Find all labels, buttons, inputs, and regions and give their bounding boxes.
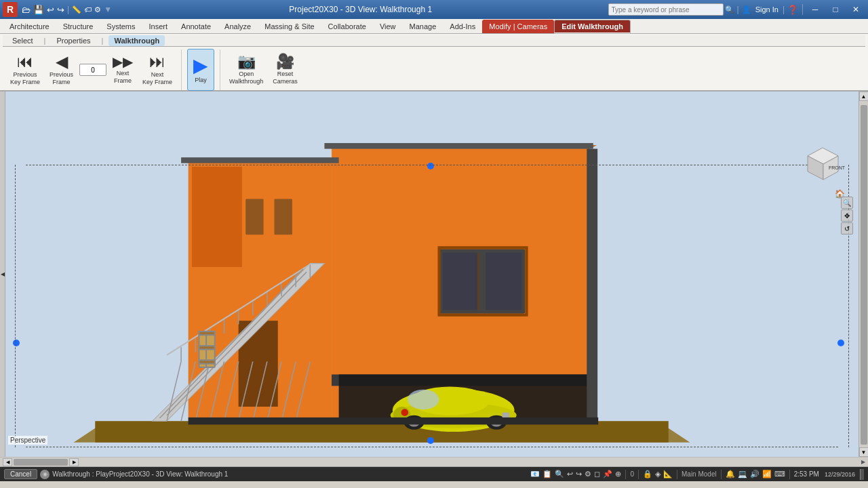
view-expand-icon[interactable]: ▶ bbox=[861, 459, 865, 465]
next-keyframe-label: NextKey Frame bbox=[142, 71, 172, 86]
status-bar: Cancel ◉ Walkthrough : PlayProject20X30 … bbox=[0, 466, 868, 481]
tab-view[interactable]: View bbox=[373, 20, 403, 33]
qa-tag[interactable]: 🏷 bbox=[84, 5, 92, 14]
3d-viewport[interactable]: FRONT 🏠 🔍 ✥ ↺ Perspective bbox=[5, 92, 859, 457]
tab-manage[interactable]: Manage bbox=[403, 20, 443, 33]
next-keyframe-icon: ⏭ bbox=[149, 54, 165, 70]
nav-zoom-icon[interactable]: 🔍 bbox=[841, 197, 853, 209]
play-label: Play bbox=[195, 77, 207, 84]
frame-number-input[interactable] bbox=[79, 64, 106, 76]
signin-label[interactable]: Sign In bbox=[755, 5, 778, 14]
tab-systems[interactable]: Systems bbox=[100, 20, 142, 33]
qa-measure[interactable]: 📏 bbox=[72, 5, 81, 14]
open-walkthrough-button[interactable]: 📷 OpenWalkthrough bbox=[226, 49, 267, 91]
tab-collaborate[interactable]: Collaborate bbox=[321, 20, 373, 33]
bottom-border-line bbox=[26, 447, 838, 447]
qa-open[interactable]: 🗁 bbox=[22, 5, 31, 15]
tab-massing[interactable]: Massing & Site bbox=[258, 20, 321, 33]
ctrl-point-right[interactable] bbox=[837, 340, 844, 346]
status-icon-12[interactable]: 📐 bbox=[663, 470, 673, 479]
sub-sep-2: | bbox=[102, 37, 104, 45]
close-button[interactable]: ✕ bbox=[846, 2, 865, 17]
app-icon: R bbox=[3, 2, 18, 17]
prev-frame-button[interactable]: ◀ PreviousFrame bbox=[46, 49, 77, 91]
svg-rect-7 bbox=[324, 143, 593, 148]
systray-icon-4[interactable]: 📶 bbox=[762, 470, 772, 479]
reset-cameras-button[interactable]: 🎥 ResetCameras bbox=[269, 49, 301, 91]
sub-tab-walkthrough[interactable]: Walkthrough bbox=[108, 35, 165, 46]
scroll-up-arrow[interactable]: ▲ bbox=[859, 92, 869, 101]
svg-text:FRONT: FRONT bbox=[829, 165, 845, 170]
status-icon-5[interactable]: ↪ bbox=[576, 470, 582, 479]
cancel-button[interactable]: Cancel bbox=[4, 469, 37, 479]
tab-modify-cameras[interactable]: Modify | Cameras bbox=[482, 20, 554, 33]
tab-insert[interactable]: Insert bbox=[142, 20, 175, 33]
vertical-scrollbar[interactable]: ▲ ▼ bbox=[859, 92, 868, 457]
svg-rect-11 bbox=[486, 253, 521, 310]
view-cube[interactable]: FRONT 🏠 bbox=[801, 142, 845, 186]
status-icon-2[interactable]: 📋 bbox=[542, 470, 552, 479]
status-icon-3[interactable]: 🔍 bbox=[555, 470, 564, 479]
ribbon-panel: Select | Properties | Walkthrough ⏮ Prev… bbox=[0, 34, 868, 92]
svg-rect-27 bbox=[192, 167, 242, 267]
status-icon-9[interactable]: ⊕ bbox=[615, 470, 621, 479]
model-name-label: Main Model bbox=[682, 470, 717, 478]
status-num: 0 bbox=[630, 470, 634, 478]
systray-icon-5[interactable]: ⌨ bbox=[774, 470, 785, 479]
navigation-bar: 🔍 ✥ ↺ bbox=[841, 197, 853, 235]
signin-icon[interactable]: 👤 bbox=[742, 5, 751, 14]
prev-keyframe-button[interactable]: ⏮ PreviousKey Frame bbox=[7, 49, 43, 91]
tab-structure[interactable]: Structure bbox=[56, 20, 100, 33]
search-icon[interactable]: 🔍 bbox=[725, 5, 734, 14]
next-frame-button[interactable]: ▶▶ NextFrame bbox=[109, 49, 136, 91]
systray-icon-2[interactable]: 💻 bbox=[738, 470, 747, 479]
nav-orbit-icon[interactable]: ↺ bbox=[841, 222, 853, 235]
scroll-down-arrow[interactable]: ▼ bbox=[859, 447, 869, 457]
sub-tab-properties[interactable]: Properties bbox=[51, 35, 96, 46]
status-sep-2 bbox=[638, 470, 639, 479]
play-icon: ▶ bbox=[193, 56, 208, 75]
status-icon-8[interactable]: 📌 bbox=[603, 470, 612, 479]
maximize-button[interactable]: □ bbox=[826, 2, 845, 17]
status-icon-10[interactable]: 🔒 bbox=[643, 470, 652, 479]
v-scroll-thumb[interactable] bbox=[861, 105, 867, 445]
minimize-button[interactable]: ─ bbox=[806, 2, 825, 17]
tab-annotate[interactable]: Annotate bbox=[174, 20, 218, 33]
perspective-label: Perspective bbox=[8, 436, 47, 445]
building-scene-svg bbox=[5, 92, 859, 457]
search-input[interactable] bbox=[608, 3, 724, 16]
open-walkthrough-icon: 📷 bbox=[237, 54, 256, 69]
ctrl-point-bottom[interactable] bbox=[427, 437, 434, 444]
systray-show-desktop[interactable] bbox=[860, 469, 864, 480]
status-icon-4[interactable]: ↩ bbox=[567, 470, 573, 479]
systray-icon-1[interactable]: 🔔 bbox=[726, 470, 735, 479]
play-button[interactable]: ▶ Play bbox=[187, 49, 214, 91]
tab-analyze[interactable]: Analyze bbox=[218, 20, 258, 33]
h-scroll-thumb[interactable] bbox=[14, 459, 68, 466]
left-panel-handle[interactable]: ◀ bbox=[0, 92, 5, 457]
svg-rect-10 bbox=[443, 253, 479, 310]
help-icon[interactable]: ❓ bbox=[787, 5, 798, 15]
next-keyframe-button[interactable]: ⏭ NextKey Frame bbox=[139, 49, 176, 91]
main-area: ◀ bbox=[0, 92, 868, 457]
qa-redo[interactable]: ↪ bbox=[57, 5, 64, 15]
tab-architecture[interactable]: Architecture bbox=[3, 20, 56, 33]
ribbon-tab-bar: Architecture Structure Systems Insert An… bbox=[0, 19, 868, 34]
status-icon-6[interactable]: ⚙ bbox=[585, 470, 591, 479]
window-title: Project20X30 - 3D View: Walkthrough 1 bbox=[113, 5, 608, 14]
ctrl-point-top[interactable] bbox=[427, 163, 434, 169]
status-icon-1[interactable]: 📧 bbox=[530, 470, 540, 479]
tab-edit-walkthrough[interactable]: Edit Walkthrough bbox=[554, 20, 631, 33]
qa-save[interactable]: 💾 bbox=[33, 5, 44, 15]
qa-settings[interactable]: ⚙ bbox=[94, 5, 101, 14]
systray-icon-3[interactable]: 🔊 bbox=[750, 470, 760, 479]
status-icon-11[interactable]: ◈ bbox=[655, 470, 660, 479]
sub-tab-select[interactable]: Select bbox=[7, 35, 39, 46]
qa-undo[interactable]: ↩ bbox=[47, 5, 54, 15]
tab-addins[interactable]: Add-Ins bbox=[443, 20, 482, 33]
nav-pan-icon[interactable]: ✥ bbox=[841, 209, 853, 222]
h-scroll-left-arrow[interactable]: ◀ bbox=[3, 458, 12, 466]
h-scroll-right-arrow[interactable]: ▶ bbox=[69, 458, 79, 466]
ctrl-point-left[interactable] bbox=[13, 340, 20, 346]
status-icon-7[interactable]: ◻ bbox=[594, 470, 600, 479]
